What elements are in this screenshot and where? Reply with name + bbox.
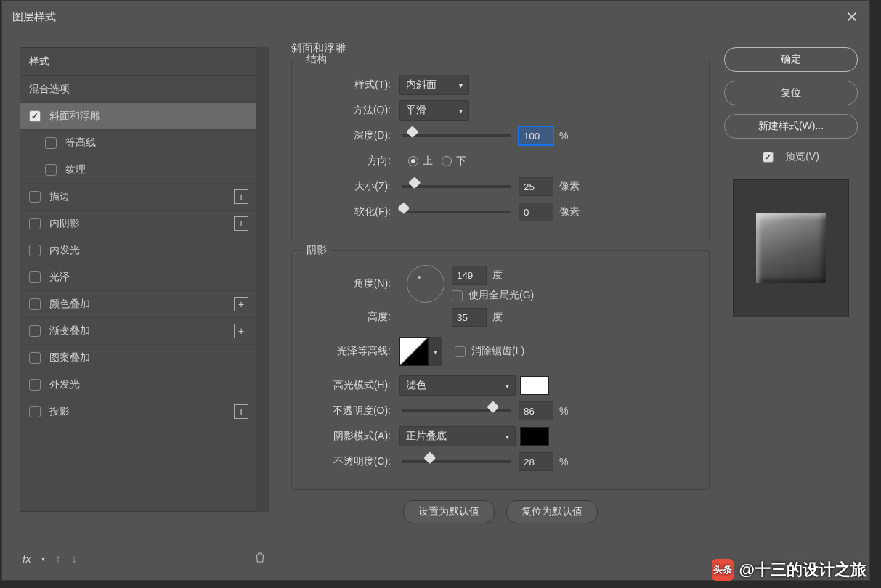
layer-style-dialog: 图层样式 样式 混合选项 斜面和浮雕等高线纹理描边+内阴影+内发光光泽颜色叠加+… [1, 0, 870, 581]
antialias-checkbox[interactable] [455, 346, 466, 357]
shadow-opacity-label: 不透明度(C): [304, 455, 391, 468]
sidebar-footer: fx ▾ ↑ ↓ [20, 544, 269, 573]
checkbox-icon[interactable] [29, 271, 41, 283]
style-select[interactable]: 内斜面▾ [399, 75, 469, 95]
technique-label: 方法(Q): [304, 104, 391, 117]
sidebar-item-pattern-overlay[interactable]: 图案叠加 [20, 345, 256, 372]
close-icon[interactable] [845, 9, 859, 24]
checkbox-icon[interactable] [29, 352, 41, 364]
sidebar-item-drop-shadow[interactable]: 投影+ [20, 399, 256, 425]
plus-icon[interactable]: + [234, 189, 248, 204]
sidebar-item-stroke[interactable]: 描边+ [20, 184, 256, 211]
styles-sidebar: 样式 混合选项 斜面和浮雕等高线纹理描边+内阴影+内发光光泽颜色叠加+渐变叠加+… [2, 33, 278, 580]
sidebar-item-label: 投影 [49, 405, 70, 418]
global-light-checkbox[interactable] [452, 290, 463, 301]
technique-select[interactable]: 平滑▾ [399, 100, 469, 121]
window-title: 图层样式 [12, 10, 56, 24]
direction-down-radio[interactable] [442, 156, 452, 166]
plus-icon[interactable]: + [234, 297, 248, 311]
altitude-input[interactable] [452, 308, 487, 327]
reset-default-button[interactable]: 复位为默认值 [506, 500, 598, 523]
sidebar-item-color-overlay[interactable]: 颜色叠加+ [20, 291, 256, 318]
depth-slider[interactable] [402, 134, 511, 137]
checkbox-icon[interactable] [29, 379, 41, 391]
structure-group: 结构 样式(T): 内斜面▾ 方法(Q): 平滑▾ 深度(D): % 方向: [291, 60, 710, 240]
arrow-down-icon[interactable]: ↓ [71, 552, 77, 565]
soften-slider[interactable] [402, 211, 511, 213]
checkbox-icon[interactable] [29, 191, 41, 203]
checkbox-icon[interactable] [29, 325, 41, 337]
altitude-label: 高度: [304, 311, 391, 324]
plus-icon[interactable]: + [234, 404, 248, 419]
cancel-button[interactable]: 复位 [724, 81, 858, 105]
highlight-opacity-input[interactable] [519, 401, 553, 420]
highlight-opacity-slider[interactable] [402, 409, 511, 412]
sidebar-item-bevel-emboss[interactable]: 斜面和浮雕 [20, 103, 256, 130]
chevron-down-icon[interactable]: ▾ [41, 555, 45, 563]
arrow-up-icon[interactable]: ↑ [55, 552, 61, 565]
sidebar-item-label: 渐变叠加 [49, 324, 90, 338]
sidebar-item-contour[interactable]: 等高线 [20, 130, 256, 157]
settings-panel: 斜面和浮雕 结构 样式(T): 内斜面▾ 方法(Q): 平滑▾ 深度(D): % [278, 33, 717, 580]
shadow-mode-select[interactable]: 正片叠底▾ [399, 426, 516, 446]
checkbox-icon[interactable] [29, 245, 41, 256]
sidebar-scrollbar[interactable] [256, 47, 269, 512]
sidebar-item-label: 等高线 [65, 136, 96, 150]
gloss-contour-dropdown[interactable]: ▾ [429, 337, 442, 366]
highlight-opacity-label: 不透明度(O): [304, 404, 391, 417]
size-input[interactable] [519, 177, 553, 196]
sidebar-item-inner-shadow[interactable]: 内阴影+ [20, 211, 256, 237]
watermark-text: @十三的设计之旅 [739, 559, 866, 581]
plus-icon[interactable]: + [234, 216, 248, 231]
new-style-button[interactable]: 新建样式(W)... [724, 114, 858, 139]
gloss-contour-picker[interactable] [399, 337, 429, 366]
angle-input[interactable] [452, 266, 487, 285]
plus-icon[interactable]: + [234, 324, 248, 338]
direction-label: 方向: [304, 155, 391, 168]
blending-options[interactable]: 混合选项 [20, 76, 256, 103]
preview-label: 预览(V) [785, 150, 819, 163]
shadow-mode-label: 阴影模式(A): [304, 430, 391, 443]
ok-button[interactable]: 确定 [724, 47, 858, 72]
style-label: 样式(T): [304, 78, 391, 91]
soften-label: 软化(F): [304, 205, 391, 219]
styles-header[interactable]: 样式 [20, 48, 256, 76]
shading-group: 阴影 角度(N): 度 使用全局光(G) [291, 250, 710, 490]
action-column: 确定 复位 新建样式(W)... 预览(V) [717, 33, 869, 580]
checkbox-icon[interactable] [29, 218, 41, 229]
sidebar-item-label: 内发光 [49, 244, 80, 257]
depth-input[interactable] [519, 126, 553, 145]
sidebar-item-gradient-overlay[interactable]: 渐变叠加+ [20, 318, 256, 345]
checkbox-icon[interactable] [29, 298, 41, 310]
fx-menu-icon[interactable]: fx [23, 552, 31, 565]
shadow-opacity-slider[interactable] [402, 460, 511, 463]
watermark: 头条 @十三的设计之旅 [712, 559, 866, 581]
highlight-mode-select[interactable]: 滤色▾ [399, 375, 516, 396]
checkbox-icon[interactable] [29, 110, 41, 122]
depth-label: 深度(D): [304, 129, 391, 142]
gloss-label: 光泽等高线: [304, 345, 391, 358]
soften-input[interactable] [519, 203, 553, 221]
sidebar-item-label: 斜面和浮雕 [49, 110, 100, 123]
shadow-color-swatch[interactable] [520, 427, 549, 446]
checkbox-icon[interactable] [45, 164, 57, 176]
sidebar-item-label: 图案叠加 [49, 351, 90, 364]
sidebar-item-texture[interactable]: 纹理 [20, 157, 256, 184]
sidebar-item-label: 纹理 [65, 163, 86, 176]
direction-up-radio[interactable] [408, 156, 418, 166]
sidebar-item-label: 描边 [49, 190, 70, 203]
sidebar-item-satin[interactable]: 光泽 [20, 264, 256, 291]
checkbox-icon[interactable] [29, 406, 41, 417]
trash-icon[interactable] [253, 550, 267, 567]
make-default-button[interactable]: 设置为默认值 [403, 500, 495, 523]
preview-checkbox[interactable] [763, 152, 774, 163]
sidebar-item-outer-glow[interactable]: 外发光 [20, 372, 256, 399]
angle-dial[interactable] [407, 265, 444, 303]
sidebar-item-inner-glow[interactable]: 内发光 [20, 237, 256, 264]
size-slider[interactable] [402, 185, 511, 188]
checkbox-icon[interactable] [45, 137, 57, 149]
angle-label: 角度(N): [304, 277, 391, 290]
shadow-opacity-input[interactable] [519, 452, 553, 471]
highlight-color-swatch[interactable] [520, 376, 549, 395]
watermark-logo: 头条 [712, 559, 734, 581]
